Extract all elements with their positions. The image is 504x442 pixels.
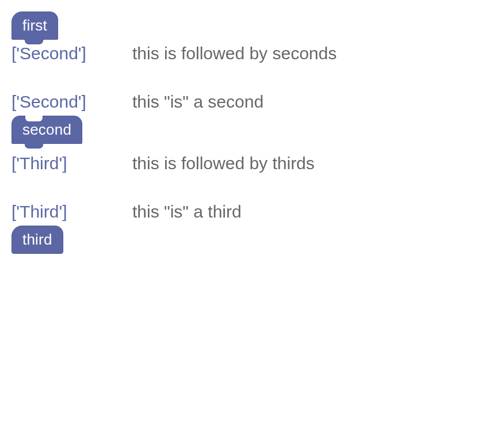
desc-second-followed: this is followed by seconds <box>132 43 337 64</box>
definition-row: ['Second'] this "is" a second <box>12 92 492 112</box>
definition-row: ['Second'] this is followed by seconds <box>12 43 492 64</box>
definition-row: ['Third'] this "is" a third <box>12 201 492 222</box>
spacer <box>12 67 492 89</box>
spacer-small <box>12 147 492 151</box>
content-wrap: first ['Second'] this is followed by sec… <box>12 12 492 255</box>
block-label: second <box>22 121 71 139</box>
block-label: first <box>22 17 47 35</box>
term-second-2: ['Second'] <box>12 92 132 112</box>
desc-third-is: this "is" a third <box>132 201 242 222</box>
block-second[interactable]: second <box>12 116 82 144</box>
block-first[interactable]: first <box>12 12 58 40</box>
definition-row: ['Third'] this is followed by thirds <box>12 153 492 174</box>
block-label: third <box>22 231 52 249</box>
spacer <box>12 177 492 199</box>
desc-third-followed: this is followed by thirds <box>132 153 315 174</box>
term-third-1: ['Third'] <box>12 153 132 174</box>
desc-second-is: this "is" a second <box>132 92 264 112</box>
term-second-1: ['Second'] <box>12 43 132 64</box>
block-third[interactable]: third <box>12 226 63 254</box>
term-third-2: ['Third'] <box>12 201 132 222</box>
